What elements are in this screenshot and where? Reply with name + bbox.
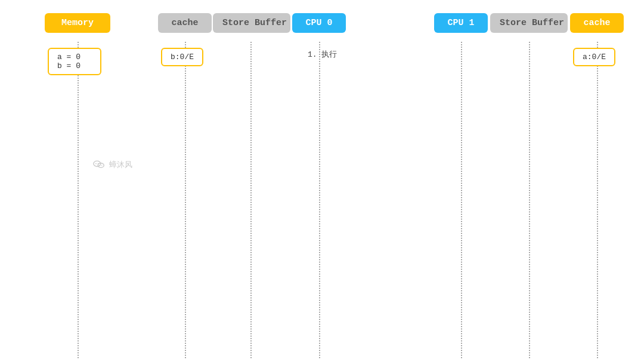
vline-cpu0 (319, 42, 320, 358)
vline-storebuf0 (250, 42, 252, 358)
cache0-data-box: b:0/E (161, 48, 203, 66)
wechat-icon (92, 158, 106, 171)
vline-cache1 (597, 42, 598, 358)
vline-memory (78, 42, 79, 358)
memory-data-box: a = 0 b = 0 (48, 48, 101, 75)
cache1-box: cache (570, 13, 624, 33)
watermark: 蟑沐风 (92, 158, 132, 171)
vline-cpu1 (461, 42, 462, 358)
svg-point-3 (98, 163, 99, 164)
vline-storebuf1 (529, 42, 530, 358)
svg-point-5 (101, 165, 102, 165)
memory-box: Memory (45, 13, 110, 33)
store-buffer1-box: Store Buffer (490, 13, 568, 33)
cache0-box: cache (158, 13, 212, 33)
svg-point-2 (95, 163, 97, 164)
cpu0-box: CPU 0 (292, 13, 346, 33)
svg-point-4 (100, 165, 100, 165)
diagram-container: Memory cache Store Buffer CPU 0 CPU 1 St… (0, 0, 644, 363)
vline-cache0 (185, 42, 186, 358)
cache1-data-box: a:0/E (573, 48, 615, 66)
cpu1-box: CPU 1 (434, 13, 488, 33)
memory-data-line1: a = 0 (57, 53, 92, 61)
watermark-text: 蟑沐风 (109, 159, 132, 170)
memory-data-line2: b = 0 (57, 61, 92, 70)
exec-label: 1. 执行 (308, 49, 337, 60)
store-buffer0-box: Store Buffer (213, 13, 290, 33)
